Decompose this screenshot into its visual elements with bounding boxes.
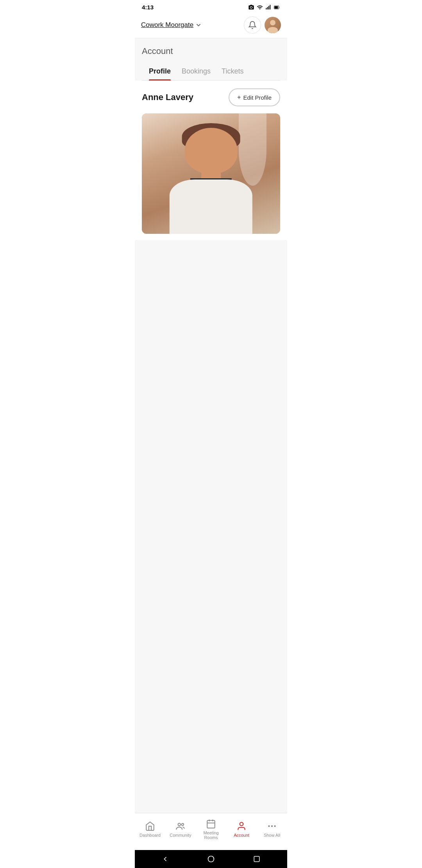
svg-rect-9 bbox=[207, 820, 215, 828]
nav-label-community: Community bbox=[170, 833, 191, 838]
svg-rect-6 bbox=[275, 6, 278, 9]
calendar-icon bbox=[206, 819, 216, 829]
face-decoration bbox=[185, 128, 238, 174]
page-header: Account Profile Bookings Tickets bbox=[135, 38, 287, 81]
square-icon bbox=[253, 855, 260, 863]
top-bar-actions bbox=[244, 17, 281, 33]
profile-section: Anne Lavery + Edit Profile bbox=[135, 81, 287, 240]
workspace-name: Cowork Moorgate bbox=[141, 21, 193, 29]
nav-item-community[interactable]: Community bbox=[165, 816, 196, 842]
workspace-selector[interactable]: Cowork Moorgate bbox=[141, 21, 202, 29]
wifi-icon bbox=[257, 4, 263, 11]
person-icon bbox=[236, 821, 247, 831]
profile-header: Anne Lavery + Edit Profile bbox=[142, 88, 280, 106]
battery-icon bbox=[274, 4, 280, 11]
nav-label-meeting-rooms: Meeting Rooms bbox=[197, 830, 225, 840]
back-button[interactable] bbox=[161, 855, 170, 863]
profile-name: Anne Lavery bbox=[142, 92, 193, 102]
tab-bookings[interactable]: Bookings bbox=[182, 63, 211, 80]
top-bar: Cowork Moorgate bbox=[135, 13, 287, 38]
svg-rect-4 bbox=[270, 5, 270, 9]
svg-point-13 bbox=[240, 822, 243, 826]
svg-rect-3 bbox=[268, 6, 269, 9]
tabs-container: Profile Bookings Tickets bbox=[142, 63, 280, 81]
dots-icon bbox=[267, 821, 277, 831]
bottom-nav: Dashboard Community Meeting Rooms Accoun… bbox=[135, 813, 287, 850]
nav-item-show-all[interactable]: Show All bbox=[257, 816, 287, 842]
status-time: 4:13 bbox=[142, 4, 154, 11]
svg-rect-18 bbox=[254, 856, 259, 862]
svg-point-14 bbox=[268, 825, 270, 827]
camera-icon bbox=[248, 4, 254, 11]
svg-point-16 bbox=[274, 825, 275, 827]
bell-icon bbox=[248, 21, 257, 29]
edit-profile-label: Edit Profile bbox=[243, 94, 272, 101]
status-icons bbox=[248, 4, 280, 11]
svg-point-8 bbox=[182, 823, 184, 825]
svg-point-17 bbox=[208, 856, 214, 862]
avatar[interactable] bbox=[265, 17, 281, 33]
tab-profile[interactable]: Profile bbox=[149, 63, 171, 80]
home-icon bbox=[145, 821, 155, 831]
body-decoration bbox=[170, 179, 252, 234]
profile-image bbox=[142, 113, 280, 234]
notification-button[interactable] bbox=[244, 17, 261, 33]
status-bar: 4:13 bbox=[135, 0, 287, 13]
bg-light-decoration bbox=[239, 113, 266, 186]
edit-profile-button[interactable]: + Edit Profile bbox=[229, 88, 280, 106]
circle-icon bbox=[207, 855, 215, 863]
svg-point-7 bbox=[178, 823, 181, 826]
nav-label-show-all: Show All bbox=[264, 833, 280, 838]
svg-point-0 bbox=[250, 7, 252, 8]
svg-point-15 bbox=[271, 825, 273, 827]
chevron-down-icon bbox=[195, 22, 202, 29]
nav-item-meeting-rooms[interactable]: Meeting Rooms bbox=[196, 816, 226, 842]
nav-label-dashboard: Dashboard bbox=[139, 833, 161, 838]
system-nav-bar bbox=[135, 850, 287, 868]
page-title: Account bbox=[142, 46, 280, 56]
home-button[interactable] bbox=[207, 855, 215, 863]
tab-tickets[interactable]: Tickets bbox=[222, 63, 243, 80]
back-icon bbox=[161, 855, 169, 863]
main-content: Account Profile Bookings Tickets Anne La… bbox=[135, 38, 287, 813]
recents-button[interactable] bbox=[252, 855, 261, 863]
nav-item-dashboard[interactable]: Dashboard bbox=[135, 816, 165, 842]
community-icon bbox=[175, 821, 186, 831]
profile-image-container bbox=[142, 113, 280, 234]
signal-icon bbox=[265, 4, 272, 11]
svg-rect-2 bbox=[267, 7, 268, 9]
nav-label-account: Account bbox=[234, 833, 249, 838]
nav-item-account[interactable]: Account bbox=[226, 816, 257, 842]
svg-rect-1 bbox=[266, 8, 266, 9]
plus-icon: + bbox=[237, 94, 241, 101]
